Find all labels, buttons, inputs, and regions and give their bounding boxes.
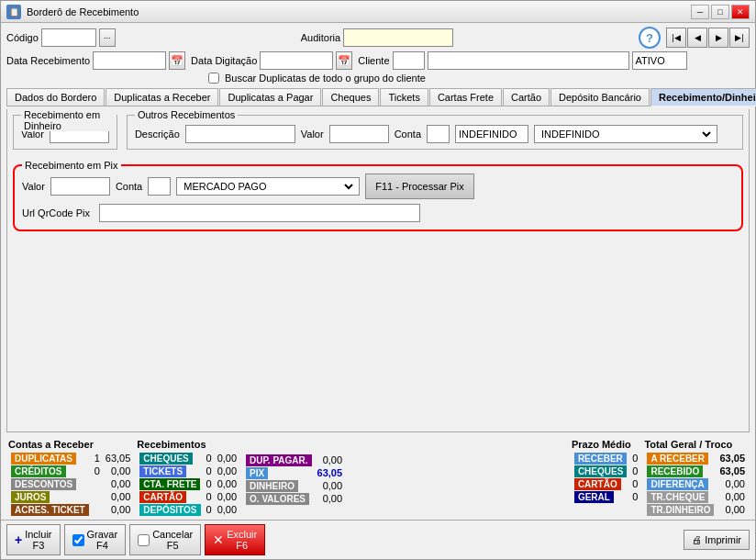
codigo-dots-button[interactable]: ··· <box>99 28 116 47</box>
data-digitacao-calendar[interactable]: 📅 <box>336 51 352 70</box>
nav-prev-button[interactable]: ◀ <box>687 28 707 48</box>
codigo-input[interactable]: 41045 <box>41 28 96 47</box>
outros-valor-value[interactable]: 0,00 <box>333 127 385 141</box>
excluir-button[interactable]: ✕ Excluir F6 <box>205 524 265 555</box>
codigo-value[interactable]: 41045 <box>45 30 93 45</box>
close-button[interactable]: ✕ <box>731 5 750 19</box>
outros-conta-select-input[interactable]: INDEFINIDO <box>538 128 714 140</box>
gravar-button[interactable]: Gravar F4 <box>64 524 127 555</box>
pix-conta-input[interactable]: 3 <box>148 177 171 196</box>
pix-conta-value[interactable]: 3 <box>151 179 167 194</box>
table-row: JUROS 0,00 <box>8 490 133 503</box>
outros-conta-value[interactable]: 0 <box>430 127 446 141</box>
window-title: Borderô de Recebimento <box>27 6 139 17</box>
app-icon: 📋 <box>6 5 21 19</box>
tab-recebimento[interactable]: Recebimento/Dinheiro <box>650 88 756 106</box>
outros-inner: Descrição Valor 0,00 Conta 0 <box>135 125 735 143</box>
table-row: TICKETS 0 0,00 <box>137 465 239 477</box>
table-row: CHEQUES 0 <box>572 465 641 477</box>
buscar-row: Buscar Duplicatas de todo o grupo do cli… <box>208 73 750 84</box>
auditoria-value[interactable]: A <box>347 30 450 45</box>
auditoria-label: Auditoria <box>301 32 340 43</box>
pix-valor-input[interactable]: 63,05 <box>50 177 110 196</box>
extra-recebimentos-table: DUP. PAGAR. 0,00 PIX 63,05 DINHEIRO 0,00… <box>243 454 345 505</box>
tab-cartas-frete[interactable]: Cartas Frete <box>429 88 502 106</box>
excluir-icon: ✕ <box>213 532 224 547</box>
tab-content-area: Recebimento em Dinheiro Valor 0,00 Outro… <box>6 109 750 432</box>
gravar-check-icon <box>72 534 84 546</box>
tab-duplicatas-receber[interactable]: Duplicatas a Receber <box>106 88 218 106</box>
outros-valor-input[interactable]: 0,00 <box>329 125 389 143</box>
recebimentos-table: CHEQUES 0 0,00 TICKETS 0 0,00 CTA. FRETE… <box>137 452 239 516</box>
table-row: DESCONTOS 0,00 <box>8 477 133 490</box>
imprimir-button[interactable]: 🖨 Imprimir <box>684 530 750 550</box>
table-row: O. VALORES 0,00 <box>243 492 345 505</box>
cancelar-key: F5 <box>167 540 179 551</box>
processar-pix-button[interactable]: F11 - Processar Pix <box>365 174 474 199</box>
maximize-button[interactable]: □ <box>711 5 729 19</box>
data-digitacao-input[interactable]: 17/09/2021 <box>260 51 333 70</box>
cliente-name-value[interactable]: CLIENTE 300 <box>431 53 626 68</box>
tab-bar: Dados do Bordero Duplicatas a Receber Du… <box>6 88 750 106</box>
cliente-name-input[interactable]: CLIENTE 300 <box>428 51 629 70</box>
pix-section: Recebimento em Pix Valor 63,05 Conta 3 M… <box>13 164 743 231</box>
gravar-label: Gravar <box>87 529 118 540</box>
pix-conta-select-input[interactable]: MERCADO PAGO <box>180 180 356 193</box>
tab-deposito[interactable]: Depósito Bancário <box>550 88 650 106</box>
total-geral-panel: Total Geral / Troco A RECEBER 63,05 RECE… <box>644 439 748 516</box>
nav-last-button[interactable]: ▶| <box>729 28 750 48</box>
bottom-tables: Contas a Receber DUPLICATAS 1 63,05 CRÉD… <box>6 439 750 516</box>
outros-conta-select[interactable]: INDEFINIDO <box>534 125 717 143</box>
codigo-group: Código 41045 ··· <box>6 28 116 47</box>
data-digitacao-value[interactable]: 17/09/2021 <box>263 53 329 68</box>
nav-first-button[interactable]: |◀ <box>666 28 686 48</box>
help-button[interactable]: ? <box>639 27 661 49</box>
buscar-duplicatas-checkbox[interactable] <box>208 73 219 84</box>
data-recebimento-input[interactable]: 17/09/2021 <box>93 51 166 70</box>
nav-next-button[interactable]: ▶ <box>708 28 728 48</box>
dinheiro-receb-badge: DINHEIRO <box>246 480 298 492</box>
outros-section: Outros Recebimentos Descrição Valor 0,00… <box>127 115 743 150</box>
outros-conta-label: Conta <box>395 129 421 140</box>
prazo-medio-title: Prazo Médio <box>572 439 641 450</box>
data-recebimento-calendar[interactable]: 📅 <box>169 51 185 70</box>
cancelar-check-icon <box>138 534 150 546</box>
cheques-prazo-badge: CHEQUES <box>574 465 627 477</box>
tab-tickets[interactable]: Tickets <box>380 88 428 106</box>
duplicatas-badge: DUPLICATAS <box>11 453 76 465</box>
outros-descricao-label: Descrição <box>135 129 180 140</box>
tr-dinheiro-badge: TR.DINHEIRO <box>647 504 714 516</box>
pix-valor-value[interactable]: 63,05 <box>54 179 106 194</box>
pix-receb-badge: PIX <box>246 467 268 479</box>
table-row: DEPÓSITOS 0 0,00 <box>137 503 239 516</box>
gravar-key: F4 <box>96 540 108 551</box>
cta-frete-badge: CTA. FRETE <box>139 478 200 490</box>
descontos-badge: DESCONTOS <box>11 478 76 490</box>
tab-duplicatas-pagar[interactable]: Duplicatas a Pagar <box>219 88 321 106</box>
tab-cartao[interactable]: Cartão <box>503 88 550 106</box>
tab-dados[interactable]: Dados do Bordero <box>6 88 105 106</box>
outros-descricao-input[interactable] <box>185 125 295 143</box>
auditoria-input[interactable]: A <box>343 28 453 47</box>
incluir-key: F3 <box>32 540 44 551</box>
cliente-code-input[interactable]: 300 <box>393 51 425 70</box>
pix-url-value[interactable]: https:ww.teste.com.br/pix.png <box>103 206 417 220</box>
diferenca-badge: DIFERENÇA <box>647 478 707 490</box>
incluir-button[interactable]: + Incluir F3 <box>6 524 61 555</box>
pix-url-input[interactable]: https:ww.teste.com.br/pix.png <box>99 204 420 222</box>
minimize-button[interactable]: ─ <box>691 5 709 19</box>
tab-cheques[interactable]: Cheques <box>322 88 379 106</box>
depositos-badge: DEPÓSITOS <box>139 504 200 516</box>
cancelar-button[interactable]: Cancelar F5 <box>129 524 201 555</box>
title-bar-left: 📋 Borderô de Recebimento <box>6 5 139 19</box>
cliente-code-value[interactable]: 300 <box>396 53 421 68</box>
content-area: Código 41045 ··· Auditoria A ? |◀ ◀ ▶ ▶| <box>1 23 755 520</box>
table-row: ACRES. TICKET 0,00 <box>8 503 133 516</box>
outros-conta-input[interactable]: 0 <box>427 125 450 143</box>
data-recebimento-value[interactable]: 17/09/2021 <box>96 53 162 68</box>
title-controls: ─ □ ✕ <box>691 5 750 19</box>
outros-descricao-value[interactable] <box>189 127 292 141</box>
table-row: CTA. FRETE 0 0,00 <box>137 477 239 490</box>
pix-conta-select[interactable]: MERCADO PAGO <box>176 177 360 196</box>
table-row: DINHEIRO 0,00 <box>243 479 345 492</box>
